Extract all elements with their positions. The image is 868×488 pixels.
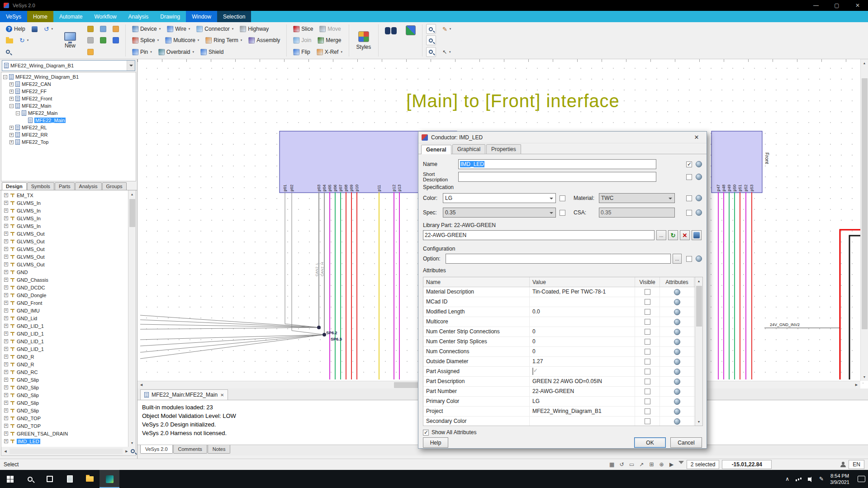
undo-button[interactable]: ↺▾ [41,24,56,33]
attribute-row-part-number[interactable]: Part Number22-AWG-GREEN [423,387,695,397]
reload-part-button[interactable]: ↻ [668,230,678,240]
attribute-globe-icon[interactable] [674,299,680,305]
wire[interactable] [140,327,319,329]
wire[interactable] [140,315,319,327]
action-center-icon[interactable] [858,476,865,482]
language-indicator[interactable]: EN [849,460,864,469]
pen-icon[interactable]: ✎ [819,476,824,482]
expand-icon[interactable]: + [4,424,8,428]
styles-button[interactable]: Styles [351,24,376,57]
expand-icon[interactable]: + [4,247,8,251]
expand-icon[interactable]: + [4,255,8,259]
expand-icon[interactable]: + [4,316,8,320]
tree-item-mfe22-wiring-diagram-b1[interactable]: −MFE22_Wiring_Diagram_B1 [1,73,136,81]
attribute-globe-icon[interactable] [674,289,680,295]
attribute-row-secondary-color[interactable]: Secondary Color [423,417,695,426]
zoom-to-selection-icon[interactable] [131,449,135,453]
select-mode-button[interactable]: ↖▾ [440,47,454,57]
attribute-row-material-description[interactable]: Material DescriptionTin-Coated, PE Per T… [423,287,695,297]
browse-library-button[interactable]: ... [656,230,666,240]
wire-button[interactable]: Wire▾ [164,24,193,33]
wire-item-glvms-in[interactable]: +GLVMS_In [4,207,128,214]
visible-checkbox[interactable] [645,299,650,305]
wire-item-gnd-lid[interactable]: +GND_Lid [4,314,128,322]
menu-tab-drawing[interactable]: Drawing [154,11,186,22]
spec-checkbox[interactable] [560,210,565,216]
column-header-attributes[interactable]: Attributes [660,277,694,287]
wire-item-gnd[interactable]: +GND [4,268,128,276]
document-tab[interactable]: MFE22_Main:MFE22_Main ✕ [140,389,228,400]
name-input[interactable]: IMD_LED [458,159,656,169]
expand-icon[interactable]: + [4,408,8,412]
scroll-left-icon[interactable]: ◀ [138,381,145,389]
attribute-globe-icon[interactable] [674,319,680,325]
collapse-icon[interactable]: − [16,111,20,115]
close-tab-icon[interactable]: ✕ [220,393,224,398]
wire-item-gnd-slip[interactable]: +GND_Slip [4,407,128,414]
wire-item-glvms-out[interactable]: +GLVMS_Out [4,253,128,261]
wire-item-gnd-slip[interactable]: +GND_Slip [4,399,128,407]
menu-tab-window[interactable]: Window [186,11,217,22]
device-button[interactable]: Device▾ [129,24,163,33]
highway-button[interactable]: Highway [237,24,271,33]
visible-checkbox[interactable] [645,389,650,394]
tree-item-mfe22-rr[interactable]: +MFE22_RR [1,131,136,138]
attribute-row-num-center-strip-splices[interactable]: Num Center Strip Splices0 [423,337,695,347]
user-icon[interactable] [840,462,846,467]
attribute-globe-icon[interactable] [674,349,680,355]
expand-icon[interactable]: + [4,270,8,274]
zoom-fit-button[interactable] [426,35,436,45]
name-visible-checkbox[interactable] [686,161,692,167]
pan-arrow-icon[interactable]: ↗ [638,460,646,469]
copy-button[interactable] [97,24,109,33]
attribute-globe-icon[interactable] [674,389,680,395]
multicore-button[interactable]: Multicore▾ [162,36,202,45]
wire-item-gnd-dongle[interactable]: +GND_Dongle [4,291,128,299]
tree-item-mfe22-main[interactable]: −MFE22_Main [1,102,136,109]
wire-item-gnd-top[interactable]: +GND_TOP [4,422,128,430]
short-description-globe-icon[interactable] [696,174,702,180]
wire[interactable] [285,192,319,327]
attribute-row-multicore[interactable]: Multicore [423,317,695,327]
tree-item-mfe22-front[interactable]: +MFE22_Front [1,95,136,102]
search-button[interactable] [20,470,40,488]
scroll-up-icon[interactable]: ▲ [861,59,868,67]
splice-node[interactable] [323,333,326,336]
expand-icon[interactable]: + [9,133,14,137]
wire-item-glvms-in[interactable]: +GLVMS_In [4,199,128,207]
short-description-checkbox[interactable] [686,174,692,180]
wire-item-imd-led[interactable]: +IMD_LED [4,437,128,445]
expand-icon[interactable]: + [4,378,8,382]
zoom-window-button[interactable] [426,24,436,34]
join-button[interactable]: Join [290,36,314,45]
wire-item-glvms-out[interactable]: +GLVMS_Out [4,237,128,245]
new-button[interactable]: New [58,24,82,57]
console-tab-comments[interactable]: Comments [173,445,207,454]
wire-item-gnd-dcdc[interactable]: +GND_DCDC [4,284,128,291]
run-icon[interactable]: ▶ [668,460,676,469]
visible-checkbox[interactable] [645,329,650,335]
find-quick-button[interactable] [3,48,13,55]
visible-checkbox[interactable] [645,289,650,295]
visible-checkbox[interactable] [645,309,650,315]
console-tab-notes[interactable]: Notes [208,445,231,454]
option-globe-icon[interactable] [696,256,702,262]
tree-item-mfe22-rl[interactable]: +MFE22_RL [1,124,136,131]
spec-combo[interactable]: 0.35 [443,208,556,218]
scroll-thumb[interactable] [129,199,135,227]
attribute-globe-icon[interactable] [674,379,680,385]
wire[interactable] [140,320,319,327]
menu-tab-workflow[interactable]: Workflow [88,11,122,22]
wire-item-green-tsal-drain[interactable]: +GREEN_TSAL_DRAIN [4,430,128,437]
tab-analysis[interactable]: Analysis [75,182,102,190]
close-button[interactable]: ✕ [847,0,868,11]
expand-icon[interactable]: + [4,385,8,389]
attribute-globe-icon[interactable] [674,339,680,345]
zoom-button[interactable] [426,47,436,57]
canvas-vscrollbar[interactable]: ▲ ▼ [860,59,868,381]
scroll-thumb[interactable] [862,78,868,329]
zoom-in-icon[interactable]: ⊕ [658,460,666,469]
option-checkbox[interactable] [686,256,692,262]
column-header-name[interactable]: Name [423,277,530,287]
expand-icon[interactable]: + [4,332,8,336]
